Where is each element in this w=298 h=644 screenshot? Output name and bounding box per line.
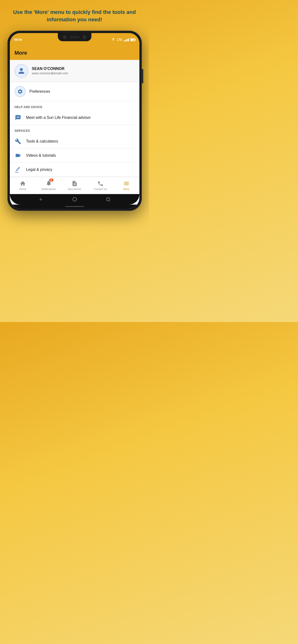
gesture-indicator: [65, 206, 84, 207]
tools-row[interactable]: Tools & calculators: [10, 134, 139, 148]
svg-point-3: [48, 185, 49, 186]
video-icon: [15, 152, 21, 158]
nav-notifications-label: Notifications: [42, 188, 56, 190]
promo-text: Use the 'More' menu to quickly find the …: [0, 0, 149, 28]
back-button[interactable]: [38, 197, 44, 202]
advisor-row[interactable]: Meet with a Sun Life Financial advisor: [10, 111, 139, 125]
phone-icon: [97, 180, 104, 187]
gavel-icon: [15, 166, 21, 173]
speaker: [70, 36, 79, 38]
home-button[interactable]: [72, 197, 77, 202]
nav-documents-label: Documents: [68, 188, 81, 190]
wrench-icon: [15, 138, 21, 144]
app-header: More: [10, 46, 139, 60]
gesture-bar-area: [10, 204, 139, 208]
nav-home-label: Home: [19, 188, 26, 190]
svg-point-2: [19, 117, 20, 118]
profile-email: sean.oconnor@email.com: [32, 72, 68, 75]
nav-more-label: More: [123, 188, 129, 190]
lte-label: LTE: [117, 38, 122, 42]
app-content: SEAN O'CONNOR sean.oconnor@email.com Pre…: [10, 60, 139, 177]
videos-label: Videos & tutorials: [26, 153, 56, 158]
android-nav: [10, 194, 139, 204]
section-help-header: HELP AND ADVICE: [10, 101, 139, 111]
bottom-nav: Home 5 Notifications: [10, 177, 139, 194]
power-button: [142, 69, 143, 84]
chat-icon: [15, 114, 21, 121]
home-icon: [20, 180, 26, 187]
section-services-header: SERVICES: [10, 125, 139, 134]
phone-screen: 09:00 LTE: [10, 33, 139, 208]
status-bar: 09:00 LTE: [10, 33, 139, 46]
nav-home[interactable]: Home: [10, 177, 36, 194]
avatar: [15, 64, 28, 78]
svg-point-1: [18, 117, 18, 118]
menu-icon: [123, 180, 129, 187]
gear-icon: [17, 89, 23, 94]
profile-info: SEAN O'CONNOR sean.oconnor@email.com: [32, 66, 68, 75]
status-icons: LTE: [111, 38, 135, 42]
camera2: [83, 36, 86, 39]
videos-row[interactable]: Videos & tutorials: [10, 148, 139, 163]
nav-more[interactable]: More: [113, 177, 139, 194]
nav-contact[interactable]: Contact Us: [88, 177, 113, 194]
nav-notifications[interactable]: 5 Notifications: [36, 177, 62, 194]
document-icon: [72, 180, 78, 187]
profile-name: SEAN O'CONNOR: [32, 66, 68, 71]
tools-label: Tools & calculators: [26, 139, 58, 144]
svg-point-0: [16, 117, 17, 118]
notch: [58, 33, 91, 41]
phone-mockup: 09:00 LTE: [8, 31, 142, 211]
status-time: 09:00: [14, 38, 22, 42]
promo-headline: Use the 'More' menu to quickly find the …: [13, 9, 136, 22]
app-title: More: [15, 50, 27, 56]
profile-row[interactable]: SEAN O'CONNOR sean.oconnor@email.com: [10, 60, 139, 82]
preferences-icon-circle: [15, 86, 26, 97]
camera: [63, 36, 66, 39]
nav-documents[interactable]: Documents: [62, 177, 88, 194]
user-icon: [18, 67, 25, 74]
nav-contact-label: Contact Us: [94, 188, 107, 190]
signal-icon: [123, 38, 129, 42]
legal-label: Legal & privacy: [26, 168, 52, 172]
legal-row[interactable]: Legal & privacy: [10, 163, 139, 177]
notification-badge: 5: [49, 178, 54, 182]
wifi-icon: [111, 38, 115, 42]
preferences-row[interactable]: Preferences: [10, 82, 139, 101]
recents-button[interactable]: [106, 197, 111, 202]
advisor-label: Meet with a Sun Life Financial advisor: [26, 116, 91, 120]
battery-icon: [130, 38, 135, 41]
preferences-label: Preferences: [30, 89, 50, 94]
